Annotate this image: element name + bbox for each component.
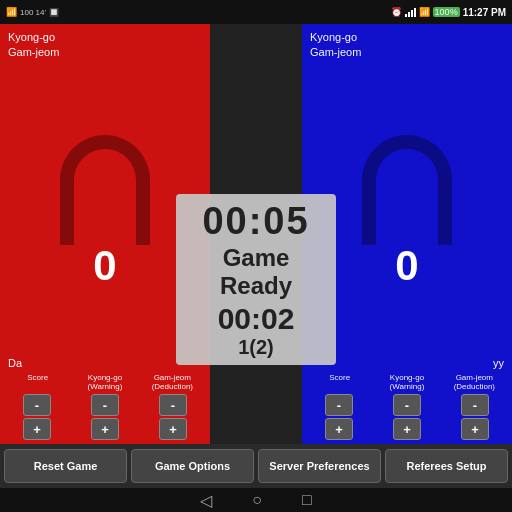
sim-icon: 📶	[6, 7, 17, 17]
left-controls: Score Kyong-go (Warning) Gam-jeom (Deduc…	[0, 371, 210, 444]
horseshoe-right	[362, 135, 452, 245]
right-score-label: Score	[306, 373, 373, 392]
game-options-button[interactable]: Game Options	[131, 449, 254, 483]
back-button[interactable]: ◁	[200, 491, 212, 510]
player-right-name: Kyong-go	[310, 30, 504, 45]
game-ready-line2: Ready	[186, 273, 326, 299]
player-right-score: 0	[395, 245, 418, 287]
right-score-col: - +	[306, 394, 372, 440]
left-score-label: Score	[4, 373, 71, 392]
left-kyonggo-col: - +	[72, 394, 138, 440]
left-col-headers: Score Kyong-go (Warning) Gam-jeom (Deduc…	[4, 373, 206, 392]
recents-button[interactable]: □	[302, 491, 312, 509]
right-gamjeom-col: - +	[442, 394, 508, 440]
right-buttons-row: - + - + - +	[306, 394, 508, 440]
left-kyonggo-plus[interactable]: +	[91, 418, 119, 440]
right-kyonggo-col: - +	[374, 394, 440, 440]
right-controls: Score Kyong-go (Warning) Gam-jeom (Deduc…	[302, 371, 512, 444]
left-gamjeom-plus[interactable]: +	[159, 418, 187, 440]
server-preferences-button[interactable]: Server Preferences	[258, 449, 381, 483]
status-bar: 📶 100 14' 🔲 ⏰ 📶 100% 11:27 PM	[0, 0, 512, 24]
horseshoe-left	[60, 135, 150, 245]
status-left: 📶 100 14' 🔲	[6, 7, 59, 17]
left-score-plus[interactable]: +	[23, 418, 51, 440]
right-kyonggo-label: Kyong-go (Warning)	[373, 373, 440, 392]
player-right-penalty: Gam-jeom	[310, 45, 504, 60]
left-buttons-row: - + - + - +	[4, 394, 206, 440]
left-kyonggo-label: Kyong-go (Warning)	[71, 373, 138, 392]
right-score-minus[interactable]: -	[325, 394, 353, 416]
status-right: ⏰ 📶 100% 11:27 PM	[391, 7, 506, 18]
player-left-name: Kyong-go	[8, 30, 202, 45]
player-right-header: Kyong-go Gam-jeom	[302, 24, 512, 67]
signal-bars	[405, 7, 416, 17]
status-icons: 100 14'	[20, 8, 46, 17]
left-gamjeom-minus[interactable]: -	[159, 394, 187, 416]
nav-bar: ◁ ○ □	[0, 488, 512, 512]
bottom-bar: Reset Game Game Options Server Preferenc…	[0, 444, 512, 488]
right-kyonggo-plus[interactable]: +	[393, 418, 421, 440]
clock: 11:27 PM	[463, 7, 506, 18]
left-score-col: - +	[4, 394, 70, 440]
alarm-icon: ⏰	[391, 7, 402, 17]
player-left-score: 0	[93, 245, 116, 287]
game-ready-line1: Game	[186, 245, 326, 271]
right-kyonggo-minus[interactable]: -	[393, 394, 421, 416]
extra-icons: 🔲	[49, 8, 59, 17]
right-gamjeom-plus[interactable]: +	[461, 418, 489, 440]
player-left-header: Kyong-go Gam-jeom	[0, 24, 210, 67]
right-gamjeom-minus[interactable]: -	[461, 394, 489, 416]
game-area: Kyong-go Gam-jeom 0 Da Score Kyong-go (W…	[0, 24, 512, 444]
right-col-headers: Score Kyong-go (Warning) Gam-jeom (Deduc…	[306, 373, 508, 392]
battery-percent: 100%	[433, 7, 460, 17]
wifi-icon: 📶	[419, 7, 430, 17]
reset-game-button[interactable]: Reset Game	[4, 449, 127, 483]
left-gamjeom-col: - +	[140, 394, 206, 440]
home-button[interactable]: ○	[252, 491, 262, 509]
referees-setup-button[interactable]: Referees Setup	[385, 449, 508, 483]
main-timer: 00:05	[186, 200, 326, 243]
sub-timer: 00:02	[186, 302, 326, 336]
right-gamjeom-label: Gam-jeom (Deduction)	[441, 373, 508, 392]
left-score-minus[interactable]: -	[23, 394, 51, 416]
right-score-plus[interactable]: +	[325, 418, 353, 440]
round-display: 1(2)	[186, 336, 326, 359]
timer-panel: 00:05 Game Ready 00:02 1(2)	[176, 194, 336, 365]
left-kyonggo-minus[interactable]: -	[91, 394, 119, 416]
player-left-penalty: Gam-jeom	[8, 45, 202, 60]
left-gamjeom-label: Gam-jeom (Deduction)	[139, 373, 206, 392]
